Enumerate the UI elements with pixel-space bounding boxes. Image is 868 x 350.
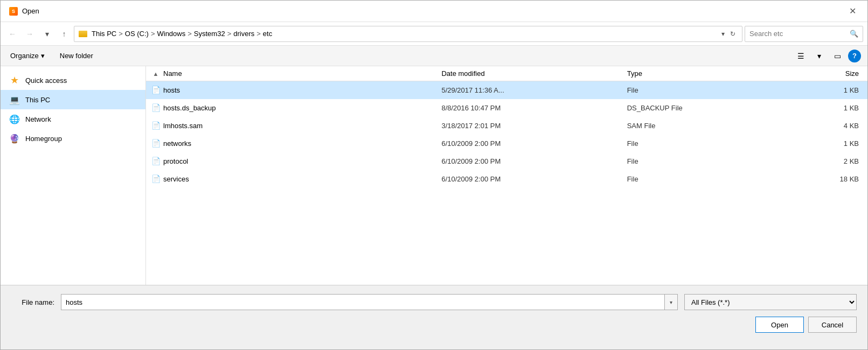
file-icon: 📄 (150, 120, 161, 131)
organize-button[interactable]: Organize ▾ (7, 50, 48, 62)
file-date: 5/29/2017 11:36 A... (441, 86, 627, 94)
new-folder-label: New folder (60, 52, 93, 60)
refresh-button[interactable]: ↻ (728, 29, 738, 39)
file-icon: 📄 (150, 173, 161, 184)
breadcrumb: This PC > OS (C:) > Windows > System32 >… (92, 30, 717, 38)
sidebar-item-this-pc[interactable]: 💻 This PC (1, 90, 145, 109)
network-icon: 🌐 (9, 114, 20, 124)
address-bar[interactable]: This PC > OS (C:) > Windows > System32 >… (74, 26, 742, 42)
file-size: 4 KB (766, 122, 867, 130)
file-icon: 📄 (150, 138, 161, 149)
sidebar-label-homegroup: Homegroup (25, 135, 62, 143)
file-type: DS_BACKUP File (627, 104, 766, 112)
up-button[interactable]: ↑ (57, 26, 72, 41)
main-content: ★ Quick access 💻 This PC 🌐 Network 🔮 Hom… (1, 66, 867, 285)
address-bar-actions: ▾ ↻ (719, 29, 738, 39)
action-bar-right: ☰ ▾ ▭ ? (793, 49, 861, 63)
filetype-select-wrap: All Files (*.*) (684, 294, 857, 310)
file-date: 6/10/2009 2:00 PM (441, 157, 627, 165)
file-name: hosts.ds_backup (161, 104, 441, 112)
table-row[interactable]: 📄 protocol 6/10/2009 2:00 PM File 2 KB (146, 152, 867, 170)
search-icon: 🔍 (850, 30, 858, 38)
file-type: SAM File (627, 122, 766, 130)
file-size: 18 KB (766, 175, 867, 183)
help-label: ? (852, 52, 857, 60)
file-date: 6/10/2009 2:00 PM (441, 175, 627, 183)
dialog-title: Open (22, 7, 39, 15)
sidebar-item-quick-access[interactable]: ★ Quick access (1, 71, 145, 90)
file-name: networks (161, 139, 441, 148)
preview-pane-button[interactable]: ▭ (830, 49, 845, 63)
file-name: protocol (161, 157, 441, 165)
sidebar-item-network[interactable]: 🌐 Network (1, 109, 145, 129)
action-bar: Organize ▾ New folder ☰ ▾ ▭ ? (1, 46, 867, 66)
table-row[interactable]: 📄 services 6/10/2009 2:00 PM File 18 KB (146, 170, 867, 188)
quick-access-icon: ★ (9, 75, 20, 86)
col-date-header[interactable]: Date modified (441, 69, 627, 78)
actions-row: Open Cancel (11, 317, 857, 333)
preview-pane-icon: ▭ (834, 52, 841, 60)
title-bar: S Open ✕ (1, 1, 867, 22)
filename-row: File name: ▾ All Files (*.*) (11, 294, 857, 310)
file-icon: 📄 (150, 85, 161, 95)
breadcrumb-thispc: This PC (92, 30, 116, 38)
table-row[interactable]: 📄 networks 6/10/2009 2:00 PM File 1 KB (146, 135, 867, 152)
filetype-select[interactable]: All Files (*.*) (685, 298, 856, 307)
file-size: 1 KB (766, 86, 867, 94)
file-area: ▲ Name Date modified Type Size 📄 hosts 5… (146, 66, 867, 285)
bottom-bar: File name: ▾ All Files (*.*) Open Cancel (1, 285, 867, 349)
filename-input-wrap: ▾ (61, 294, 678, 310)
file-name: lmhosts.sam (161, 122, 441, 130)
close-button[interactable]: ✕ (846, 5, 859, 18)
filename-label: File name: (11, 298, 54, 306)
filename-input[interactable] (61, 298, 664, 306)
open-button[interactable]: Open (755, 317, 804, 333)
file-type: File (627, 175, 766, 183)
this-pc-icon: 💻 (9, 94, 20, 105)
address-dropdown-button[interactable]: ▾ (719, 29, 727, 39)
file-date: 6/10/2009 2:00 PM (441, 139, 627, 148)
table-row[interactable]: 📄 hosts 5/29/2017 11:36 A... File 1 KB (146, 81, 867, 99)
sidebar-item-homegroup[interactable]: 🔮 Homegroup (1, 129, 145, 148)
breadcrumb-system32: System32 (194, 30, 225, 38)
sidebar-label-this-pc: This PC (25, 96, 50, 104)
new-folder-button[interactable]: New folder (57, 50, 96, 62)
cancel-button[interactable]: Cancel (808, 317, 857, 333)
file-size: 1 KB (766, 104, 867, 112)
filename-dropdown-button[interactable]: ▾ (664, 295, 677, 310)
app-icon: S (9, 7, 18, 16)
help-button[interactable]: ? (848, 50, 861, 62)
sidebar-label-network: Network (25, 115, 51, 123)
breadcrumb-windows: Windows (157, 30, 185, 38)
table-row[interactable]: 📄 lmhosts.sam 3/18/2017 2:01 PM SAM File… (146, 117, 867, 135)
file-type: File (627, 157, 766, 165)
breadcrumb-drivers: drivers (233, 30, 254, 38)
file-type: File (627, 139, 766, 148)
view-dropdown-button[interactable]: ▾ (811, 49, 827, 63)
address-toolbar: ← → ▾ ↑ This PC > OS (C:) > Windows > Sy… (1, 22, 867, 46)
file-size: 1 KB (766, 139, 867, 148)
col-name-header[interactable]: Name (161, 69, 441, 78)
table-row[interactable]: 📄 hosts.ds_backup 8/8/2016 10:47 PM DS_B… (146, 99, 867, 117)
column-headers: ▲ Name Date modified Type Size (146, 66, 867, 81)
col-size-header[interactable]: Size (766, 69, 867, 78)
search-box[interactable]: 🔍 (745, 26, 863, 42)
organize-arrow-icon: ▾ (41, 52, 45, 60)
file-size: 2 KB (766, 157, 867, 165)
dropdown-button[interactable]: ▾ (39, 26, 54, 41)
file-name: hosts (161, 86, 441, 94)
breadcrumb-drive: OS (C:) (125, 30, 149, 38)
file-date: 8/8/2016 10:47 PM (441, 104, 627, 112)
search-input[interactable] (749, 30, 846, 38)
col-type-header[interactable]: Type (627, 69, 766, 78)
view-dropdown-icon: ▾ (817, 52, 821, 60)
back-button[interactable]: ← (5, 26, 20, 41)
folder-icon (79, 31, 87, 37)
file-date: 3/18/2017 2:01 PM (441, 122, 627, 130)
list-view-icon: ☰ (797, 52, 804, 60)
title-bar-left: S Open (9, 7, 39, 16)
file-icon: 📄 (150, 156, 161, 166)
forward-button[interactable]: → (22, 26, 37, 41)
sort-arrow-icon: ▲ (150, 71, 161, 77)
view-list-button[interactable]: ☰ (793, 49, 808, 63)
